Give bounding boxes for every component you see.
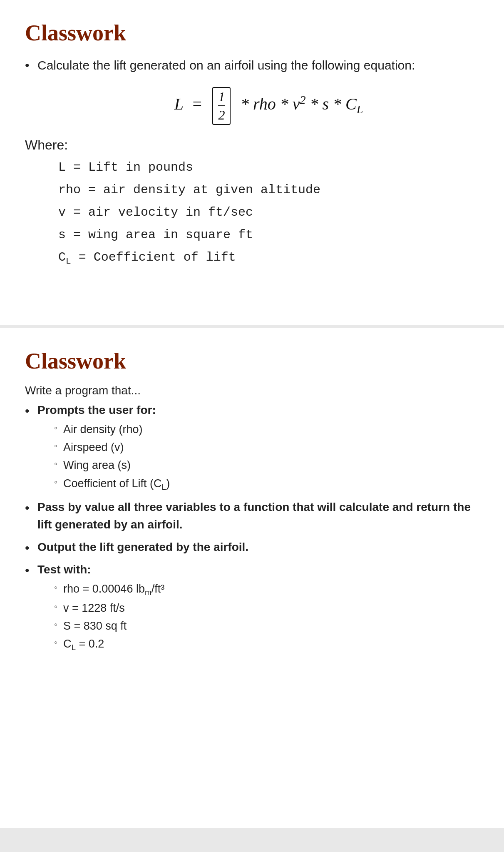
output-text: Output the lift generated by the airfoil…: [37, 541, 248, 553]
prompt-sub-list: Air density (rho) Airspeed (v) Wing area…: [37, 421, 479, 493]
slide-1-bullet-list: Calculate the lift generated on an airfo…: [25, 56, 479, 75]
slide-2-bullet-list: Prompts the user for: Air density (rho) …: [25, 401, 479, 654]
test-CL-sub: L: [72, 643, 76, 652]
slide-1-bullet-1: Calculate the lift generated on an airfo…: [25, 56, 479, 75]
where-label: Where:: [25, 137, 479, 153]
prompt-item-CL: Coefficient of Lift (CL): [54, 475, 479, 494]
lift-formula: L = 1 2 * rho * v2 * s * CL: [58, 87, 479, 125]
test-header: Test with:: [37, 563, 91, 576]
slide-2: Classwork Write a program that... Prompt…: [0, 328, 504, 828]
test-CL: CL = 0.2: [54, 635, 479, 654]
formula-equals: =: [192, 95, 202, 113]
where-section: Where: L = Lift in pounds rho = air dens…: [25, 137, 479, 269]
pass-bullet: Pass by value all three variables to a f…: [25, 498, 479, 533]
CL-subscript: L: [357, 103, 363, 116]
slide-1: Classwork Calculate the lift generated o…: [0, 0, 504, 325]
output-bullet: Output the lift generated by the airfoil…: [25, 538, 479, 556]
prompt-item-rho: Air density (rho): [54, 421, 479, 438]
test-rho: rho = 0.00046 lbm/ft³: [54, 580, 479, 599]
prompts-header: Prompts the user for:: [37, 404, 156, 416]
test-sub-list: rho = 0.00046 lbm/ft³ v = 1228 ft/s S = …: [37, 580, 479, 654]
test-bullet: Test with: rho = 0.00046 lbm/ft³ v = 122…: [25, 561, 479, 654]
pass-text: Pass by value all three variables to a f…: [37, 501, 471, 531]
slide-2-title: Classwork: [25, 348, 479, 374]
fraction-numerator: 1: [218, 89, 225, 106]
def-CL: CL = Coefficient of lift: [58, 246, 479, 269]
intro-text: Write a program that...: [25, 384, 479, 397]
def-L: L = Lift in pounds: [58, 156, 479, 179]
prompt-item-airspeed: Airspeed (v): [54, 438, 479, 456]
def-rho: rho = air density at given altitude: [58, 179, 479, 201]
test-S: S = 830 sq ft: [54, 617, 479, 635]
formula-rest: * rho * v2 * s * CL: [241, 95, 363, 113]
def-s: s = wing area in square ft: [58, 224, 479, 246]
test-rho-sub: m: [145, 588, 151, 597]
definitions: L = Lift in pounds rho = air density at …: [25, 156, 479, 269]
prompt-item-wing: Wing area (s): [54, 456, 479, 474]
fraction-denominator: 2: [218, 106, 225, 123]
slide-1-title: Classwork: [25, 20, 479, 46]
test-v: v = 1228 ft/s: [54, 599, 479, 617]
def-v: v = air velocity in ft/sec: [58, 201, 479, 224]
prompts-bullet: Prompts the user for: Air density (rho) …: [25, 401, 479, 493]
prompt-CL-sub: L: [162, 483, 166, 491]
def-CL-sub: L: [66, 257, 71, 266]
v-superscript: 2: [300, 93, 306, 106]
formula-L: L: [174, 95, 184, 113]
formula-fraction: 1 2: [212, 87, 231, 125]
